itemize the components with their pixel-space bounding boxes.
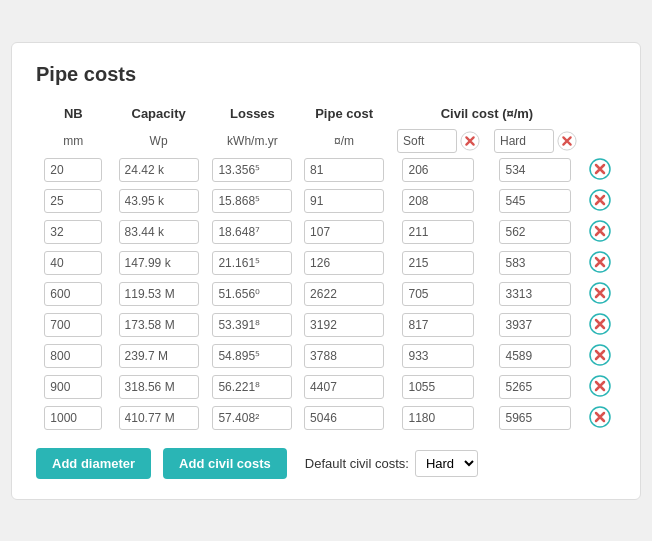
soft-input-8[interactable] xyxy=(402,406,474,430)
hard-input-6[interactable] xyxy=(499,344,571,368)
remove-soft-button[interactable] xyxy=(460,131,480,151)
col-header-hard xyxy=(487,125,584,155)
pipe-costs-table: NB Capacity Losses Pipe cost Civil cost … xyxy=(36,102,616,434)
nb-input-6[interactable] xyxy=(44,344,102,368)
col-header-capacity: Capacity xyxy=(111,102,207,125)
nb-input-0[interactable] xyxy=(44,158,102,182)
capacity-input-7[interactable] xyxy=(119,375,199,399)
hard-input-3[interactable] xyxy=(499,251,571,275)
capacity-input-5[interactable] xyxy=(119,313,199,337)
delete-row-button-7[interactable] xyxy=(589,375,611,397)
col-unit-nb: mm xyxy=(36,125,111,155)
nb-input-5[interactable] xyxy=(44,313,102,337)
pipe-cost-input-1[interactable] xyxy=(304,189,384,213)
soft-header-input[interactable] xyxy=(397,129,457,153)
nb-input-7[interactable] xyxy=(44,375,102,399)
soft-input-2[interactable] xyxy=(402,220,474,244)
capacity-input-4[interactable] xyxy=(119,282,199,306)
delete-icon-1 xyxy=(589,189,611,211)
delete-row-button-6[interactable] xyxy=(589,344,611,366)
nb-input-1[interactable] xyxy=(44,189,102,213)
col-unit-capacity: Wp xyxy=(111,125,207,155)
losses-input-3[interactable] xyxy=(212,251,292,275)
hard-input-4[interactable] xyxy=(499,282,571,306)
losses-input-7[interactable] xyxy=(212,375,292,399)
capacity-input-3[interactable] xyxy=(119,251,199,275)
default-civil-section: Default civil costs: SoftHard xyxy=(305,450,478,477)
col-header-civil-cost: Civil cost (¤/m) xyxy=(390,102,584,125)
add-diameter-button[interactable]: Add diameter xyxy=(36,448,151,479)
losses-input-1[interactable] xyxy=(212,189,292,213)
hard-input-5[interactable] xyxy=(499,313,571,337)
capacity-input-8[interactable] xyxy=(119,406,199,430)
soft-input-6[interactable] xyxy=(402,344,474,368)
nb-input-8[interactable] xyxy=(44,406,102,430)
pipe-cost-input-6[interactable] xyxy=(304,344,384,368)
pipe-cost-input-8[interactable] xyxy=(304,406,384,430)
col-header-losses: Losses xyxy=(207,102,299,125)
table-row xyxy=(36,310,616,341)
pipe-costs-card: Pipe costs NB Capacity Losses Pipe cost xyxy=(11,42,641,500)
delete-row-button-4[interactable] xyxy=(589,282,611,304)
nb-input-2[interactable] xyxy=(44,220,102,244)
delete-row-button-1[interactable] xyxy=(589,189,611,211)
pipe-cost-input-0[interactable] xyxy=(304,158,384,182)
hard-input-2[interactable] xyxy=(499,220,571,244)
soft-input-1[interactable] xyxy=(402,189,474,213)
delete-icon-3 xyxy=(589,251,611,273)
hard-header-input[interactable] xyxy=(494,129,554,153)
default-civil-label: Default civil costs: xyxy=(305,456,409,471)
losses-input-5[interactable] xyxy=(212,313,292,337)
pipe-cost-input-5[interactable] xyxy=(304,313,384,337)
table-row xyxy=(36,341,616,372)
nb-input-3[interactable] xyxy=(44,251,102,275)
page-title: Pipe costs xyxy=(36,63,616,86)
col-unit-pipe-cost: ¤/m xyxy=(298,125,390,155)
soft-input-7[interactable] xyxy=(402,375,474,399)
losses-input-4[interactable] xyxy=(212,282,292,306)
delete-icon-6 xyxy=(589,344,611,366)
hard-input-0[interactable] xyxy=(499,158,571,182)
capacity-input-6[interactable] xyxy=(119,344,199,368)
table-row xyxy=(36,248,616,279)
capacity-input-0[interactable] xyxy=(119,158,199,182)
col-header-nb: NB xyxy=(36,102,111,125)
pipe-cost-input-3[interactable] xyxy=(304,251,384,275)
capacity-input-1[interactable] xyxy=(119,189,199,213)
capacity-input-2[interactable] xyxy=(119,220,199,244)
table-row xyxy=(36,217,616,248)
delete-row-button-2[interactable] xyxy=(589,220,611,242)
delete-row-button-0[interactable] xyxy=(589,158,611,180)
col-header-soft xyxy=(390,125,487,155)
delete-icon-4 xyxy=(589,282,611,304)
delete-row-button-8[interactable] xyxy=(589,406,611,428)
losses-input-6[interactable] xyxy=(212,344,292,368)
table-row xyxy=(36,155,616,186)
soft-input-4[interactable] xyxy=(402,282,474,306)
delete-row-button-3[interactable] xyxy=(589,251,611,273)
pipe-cost-input-7[interactable] xyxy=(304,375,384,399)
soft-input-0[interactable] xyxy=(402,158,474,182)
remove-hard-button[interactable] xyxy=(557,131,577,151)
nb-input-4[interactable] xyxy=(44,282,102,306)
x-hard-icon xyxy=(557,131,577,151)
hard-input-1[interactable] xyxy=(499,189,571,213)
hard-input-7[interactable] xyxy=(499,375,571,399)
col-header-pipe-cost: Pipe cost xyxy=(298,102,390,125)
losses-input-0[interactable] xyxy=(212,158,292,182)
losses-input-2[interactable] xyxy=(212,220,292,244)
soft-input-5[interactable] xyxy=(402,313,474,337)
add-civil-costs-button[interactable]: Add civil costs xyxy=(163,448,287,479)
table-row xyxy=(36,372,616,403)
footer: Add diameter Add civil costs Default civ… xyxy=(36,448,616,479)
delete-row-button-5[interactable] xyxy=(589,313,611,335)
losses-input-8[interactable] xyxy=(212,406,292,430)
delete-icon-7 xyxy=(589,375,611,397)
default-civil-select[interactable]: SoftHard xyxy=(415,450,478,477)
pipe-cost-input-4[interactable] xyxy=(304,282,384,306)
hard-input-8[interactable] xyxy=(499,406,571,430)
col-unit-losses: kWh/m.yr xyxy=(207,125,299,155)
soft-input-3[interactable] xyxy=(402,251,474,275)
pipe-cost-input-2[interactable] xyxy=(304,220,384,244)
delete-icon-0 xyxy=(589,158,611,180)
